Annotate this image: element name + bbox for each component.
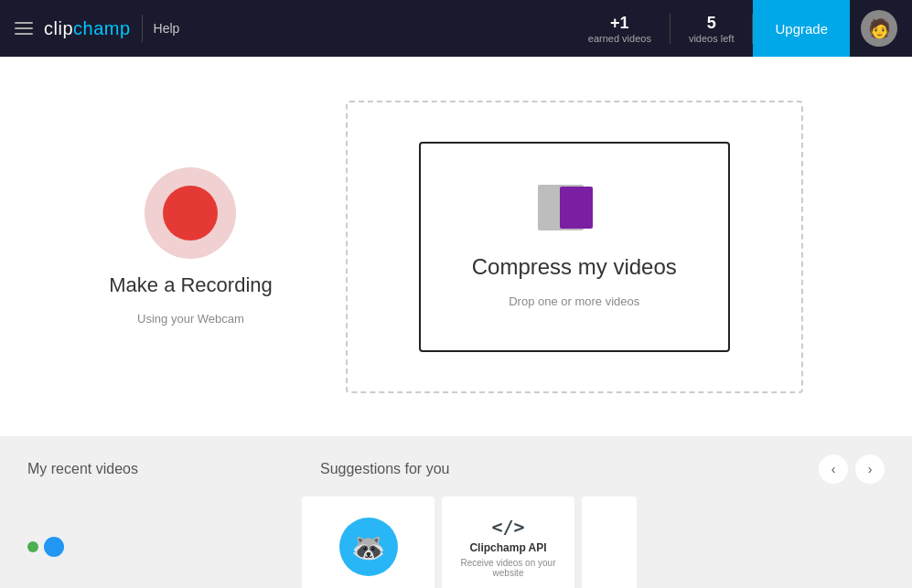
help-link[interactable]: Help [154, 21, 180, 36]
api-icon: </> [491, 516, 524, 538]
logo-clip: clip [44, 18, 73, 38]
prev-arrow[interactable]: ‹ [819, 454, 848, 484]
header-left: clipchamp Help [15, 15, 555, 42]
suggestion-card-api[interactable]: </> Clipchamp API Receive videos on your… [442, 497, 574, 588]
suggestion-card-1[interactable]: 🦝 [302, 497, 435, 588]
recent-videos-title: My recent videos [27, 461, 320, 477]
record-button[interactable] [145, 167, 236, 259]
recent-dots [27, 537, 64, 557]
avatar[interactable]: 🧑 [861, 10, 897, 47]
header-divider [142, 15, 143, 42]
main-content: Make a Recording Using your Webcam Compr… [0, 57, 912, 436]
film-background [538, 185, 584, 230]
header: clipchamp Help +1 earned videos 5 videos… [0, 0, 912, 57]
hamburger-icon[interactable] [15, 22, 33, 35]
compress-inner[interactable]: Compress my videos Drop one or more vide… [419, 142, 730, 352]
record-inner-circle [163, 186, 218, 241]
header-right: +1 earned videos 5 videos left Upgrade 🧑 [570, 0, 897, 57]
nav-arrows: ‹ › [819, 454, 885, 484]
bottom-section: My recent videos Suggestions for you ‹ ›… [0, 436, 912, 588]
recent-videos-section [27, 497, 302, 588]
compress-title: Compress my videos [472, 254, 677, 280]
videos-label: videos left [689, 33, 735, 44]
earned-label: earned videos [588, 33, 651, 44]
card-avatar-emoji: 🦝 [351, 531, 385, 563]
videos-count: 5 [707, 14, 716, 33]
videos-left-section: 5 videos left [671, 14, 754, 44]
dot-blue [44, 537, 64, 557]
recording-section[interactable]: Make a Recording Using your Webcam [109, 167, 273, 326]
suggestion-card-3[interactable] [582, 497, 637, 588]
film-overlay [560, 187, 593, 229]
recording-title: Make a Recording [109, 273, 273, 297]
logo: clipchamp [44, 18, 131, 39]
compress-icon [538, 185, 611, 240]
next-arrow[interactable]: › [855, 454, 885, 484]
api-card-title: Clipchamp API [469, 541, 546, 554]
compress-subtitle: Drop one or more videos [509, 294, 639, 308]
dot-green [27, 541, 38, 552]
logo-champ: champ [73, 18, 131, 38]
api-card-subtitle: Receive videos on your website [442, 558, 574, 578]
suggestion-cards: 🦝 </> Clipchamp API Receive videos on yo… [302, 497, 885, 588]
earned-count: +1 [610, 14, 629, 33]
card-avatar-1: 🦝 [339, 518, 398, 576]
compress-drop-zone[interactable]: Compress my videos Drop one or more vide… [346, 101, 803, 393]
upgrade-button[interactable]: Upgrade [753, 0, 850, 57]
recording-subtitle: Using your Webcam [137, 312, 244, 326]
earned-videos-section: +1 earned videos [570, 14, 671, 44]
suggestions-title: Suggestions for you [320, 461, 819, 477]
